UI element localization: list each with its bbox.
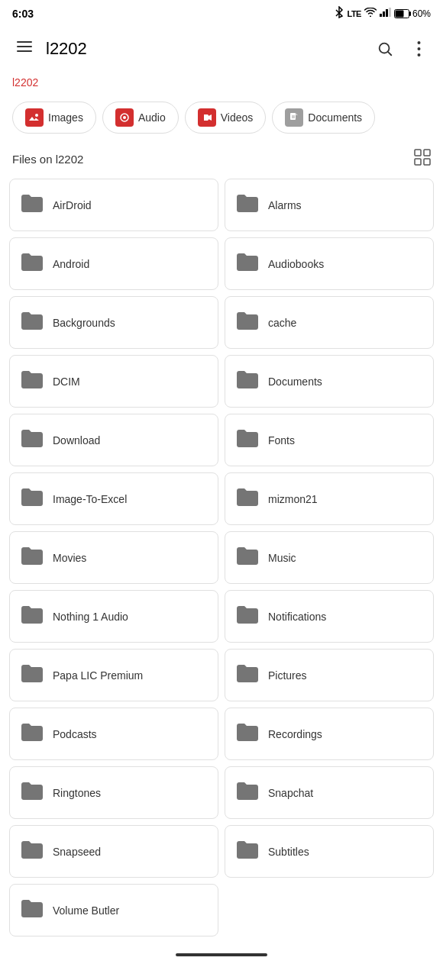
folder-name: mizmon21 [268,493,318,505]
files-title: Files on l2202 [12,153,83,166]
menu-button[interactable] [9,31,40,66]
audio-tab-icon [115,108,134,127]
folder-icon [21,546,44,569]
tab-videos[interactable]: Videos [185,102,267,134]
lte-icon: LTE [348,9,361,18]
search-button[interactable] [370,34,400,64]
bluetooth-icon [334,6,344,21]
folder-item[interactable]: Backgrounds [9,296,218,349]
folder-item[interactable]: Audiobooks [225,237,434,290]
folder-icon [236,604,259,628]
folder-item[interactable]: Download [9,414,218,466]
folder-item[interactable]: Nothing 1 Audio [9,590,218,643]
app-title: l2202 [40,39,370,59]
folder-item[interactable]: Pictures [225,649,434,701]
svg-rect-5 [409,11,411,16]
documents-tab-icon [285,108,303,127]
folder-item[interactable]: AirDroid [9,179,218,231]
folder-item[interactable]: Movies [9,531,218,584]
tab-audio-label: Audio [138,111,166,124]
more-options-button[interactable] [403,34,434,64]
folder-icon [236,663,259,687]
svg-point-9 [417,47,420,50]
app-bar-actions [370,34,434,64]
folder-icon [21,840,44,863]
home-indicator [176,953,267,956]
folder-name: Papa LIC Premium [53,669,143,682]
folder-icon [236,428,259,452]
folder-item[interactable]: Fonts [225,414,434,466]
folder-icon [21,369,44,393]
folder-icon [21,722,44,746]
files-header: Files on l2202 [0,143,443,179]
battery-icon: 60% [394,8,431,19]
folder-item[interactable]: Snapseed [9,825,218,878]
svg-rect-21 [415,150,421,156]
folder-name: Snapchat [268,787,313,799]
folder-item[interactable]: cache [225,296,434,349]
folder-name: Ringtones [53,787,101,799]
folder-item[interactable]: Podcasts [9,708,218,760]
folder-name: Documents [268,376,322,388]
folder-item[interactable]: Ringtones [9,766,218,819]
folder-item[interactable]: Subtitles [225,825,434,878]
folder-item[interactable]: Documents [225,355,434,408]
folder-item[interactable]: Alarms [225,179,434,231]
view-toggle-button[interactable] [414,149,431,169]
folder-name: Android [53,258,89,270]
svg-point-12 [35,114,38,117]
folder-icon [21,781,44,804]
folder-item[interactable]: mizmon21 [225,472,434,525]
folder-item[interactable]: DCIM [9,355,218,408]
svg-point-8 [417,41,420,44]
folder-name: Snapseed [53,846,101,858]
svg-rect-1 [383,11,385,17]
folder-icon [21,311,44,334]
category-tabs: Images Audio Videos [0,95,443,143]
folder-name: Volume Butler [53,904,119,917]
folder-item[interactable]: Notifications [225,590,434,643]
folder-name: Podcasts [53,728,97,740]
app-bar: l2202 [0,25,443,73]
folder-item[interactable]: Image-To-Excel [9,472,218,525]
folder-icon [21,663,44,687]
folder-name: DCIM [53,376,80,388]
breadcrumb-text: l2202 [12,76,38,89]
folder-icon [21,604,44,628]
folder-item[interactable]: Snapchat [225,766,434,819]
folder-item[interactable]: Android [9,237,218,290]
svg-rect-6 [395,10,403,17]
folder-icon [236,193,259,217]
folder-name: Music [268,552,296,564]
folder-icon [21,252,44,276]
tab-images[interactable]: Images [12,102,96,134]
svg-point-10 [417,53,420,56]
folder-item[interactable]: Volume Butler [9,884,218,936]
svg-rect-0 [380,14,382,17]
svg-rect-2 [386,9,388,17]
folder-icon [236,311,259,334]
folder-name: Alarms [268,199,302,211]
status-icons: LTE 60% [334,6,432,21]
folder-icon [236,722,259,746]
tab-audio[interactable]: Audio [102,102,179,134]
svg-rect-23 [415,159,421,165]
folder-name: AirDroid [53,199,92,211]
folder-item[interactable]: Recordings [225,708,434,760]
folder-icon [236,546,259,569]
folder-name: Image-To-Excel [53,493,127,505]
videos-tab-icon [198,108,216,127]
folder-item[interactable]: Papa LIC Premium [9,649,218,701]
wifi-icon [364,8,377,19]
status-bar: 6:03 LTE [0,0,443,25]
folder-icon [21,898,44,922]
folder-name: Pictures [268,669,307,682]
folder-name: Nothing 1 Audio [53,611,128,623]
breadcrumb[interactable]: l2202 [0,73,443,95]
tab-documents[interactable]: Documents [272,102,375,134]
folder-item[interactable]: Music [225,531,434,584]
bottom-bar [0,946,443,961]
folder-icon [236,781,259,804]
svg-point-15 [123,116,126,119]
svg-rect-24 [424,159,430,165]
